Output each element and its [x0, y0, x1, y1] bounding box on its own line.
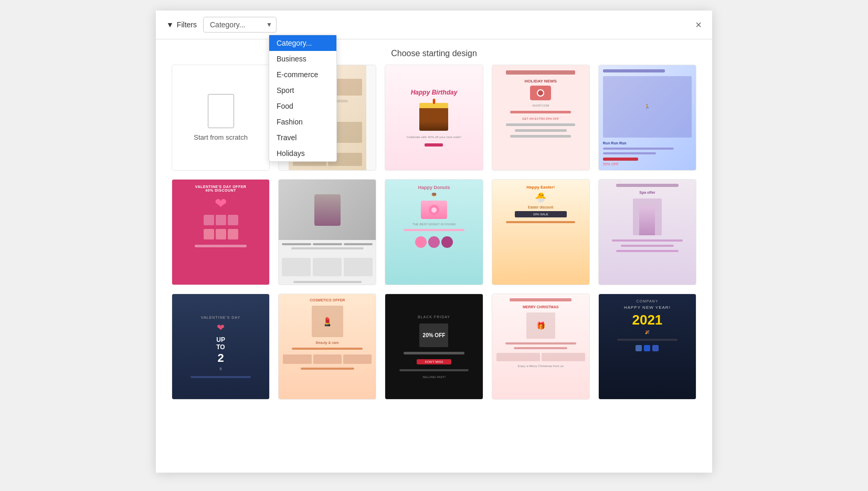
template-birthday[interactable]: Happy Birthday 🎂 Celebrate with 40% off … — [385, 65, 483, 171]
templates-grid: Start from scratch — [156, 65, 712, 415]
filters-button[interactable]: ▼ Filters — [166, 20, 197, 29]
donut-title: Happy Donuts — [418, 185, 450, 190]
heart-icon: ❤ — [215, 195, 227, 212]
dropdown-item-food[interactable]: Food — [269, 98, 336, 114]
filter-icon: ▼ — [166, 20, 174, 29]
modal-container: ▼ Filters Category... Business E-commerc… — [156, 11, 712, 473]
page-title: Choose starting design — [156, 39, 712, 65]
category-dropdown: Category... Business E-commerce Sport Fo… — [269, 35, 337, 162]
newyear-number: 2021 — [632, 312, 662, 328]
template-christmas[interactable]: MERRY CHRISTMAS 🎁 Enjoy a Merry Christma… — [492, 294, 590, 400]
template-valentine2[interactable]: VALENTINE'S DAY ❤ UPTO 2 5 — [172, 294, 270, 400]
close-button[interactable]: × — [695, 19, 702, 30]
template-cosmetics[interactable]: COSMETICS OFFER 💄 Beauty & care — [278, 294, 376, 400]
dropdown-item-business[interactable]: Business — [269, 51, 336, 67]
newyear-company: COMPANY — [636, 299, 658, 303]
document-icon — [208, 94, 234, 128]
template-valentine[interactable]: VALENTINE'S DAY OFFER40% DISCOUNT ❤ — [172, 179, 270, 285]
template-donut[interactable]: Happy Donuts 🍩 THE BEST DONUT IS FOUND — [385, 179, 483, 285]
filters-label: Filters — [177, 20, 197, 29]
category-select[interactable]: Category... Business E-commerce Sport Fo… — [203, 17, 277, 33]
template-camera[interactable]: HOLIDAY NEWS SHOP.COM GET AN EXTRA 25% O… — [492, 65, 590, 171]
template-sport[interactable]: 🏃 Run Run Run 50% OFF — [598, 65, 696, 171]
valentine-title: VALENTINE'S DAY OFFER40% DISCOUNT — [195, 185, 247, 192]
template-fashion-woman[interactable] — [278, 179, 376, 285]
header: ▼ Filters Category... Business E-commerc… — [156, 11, 712, 39]
template-dress[interactable]: Spa offer — [598, 179, 696, 285]
dropdown-item-ecommerce[interactable]: E-commerce — [269, 67, 336, 82]
dropdown-item-sport[interactable]: Sport — [269, 82, 336, 98]
template-blacksale[interactable]: BLACK FRIDAY 20% OFF DON'T MISS SELLING … — [385, 294, 483, 400]
template-newyear[interactable]: COMPANY HAPPY NEW YEAR! 2021 🎉 — [598, 294, 696, 400]
scratch-label: Start from scratch — [194, 133, 248, 141]
dropdown-item-category[interactable]: Category... — [269, 35, 336, 51]
easter-title: Happy Easter! — [526, 185, 555, 190]
dropdown-item-fashion[interactable]: Fashion — [269, 114, 336, 130]
scratch-card[interactable]: Start from scratch — [172, 65, 270, 171]
valentine2-subtitle: VALENTINE'S DAY — [201, 316, 240, 319]
category-select-wrapper: Category... Business E-commerce Sport Fo… — [203, 17, 277, 33]
template-easter[interactable]: Happy Easter! 🐣 Easter discount 10% SALE — [492, 179, 590, 285]
birthday-title: Happy Birthday — [411, 89, 458, 96]
dropdown-item-travel[interactable]: Travel — [269, 130, 336, 145]
dropdown-item-holidays[interactable]: Holidays — [269, 145, 336, 161]
